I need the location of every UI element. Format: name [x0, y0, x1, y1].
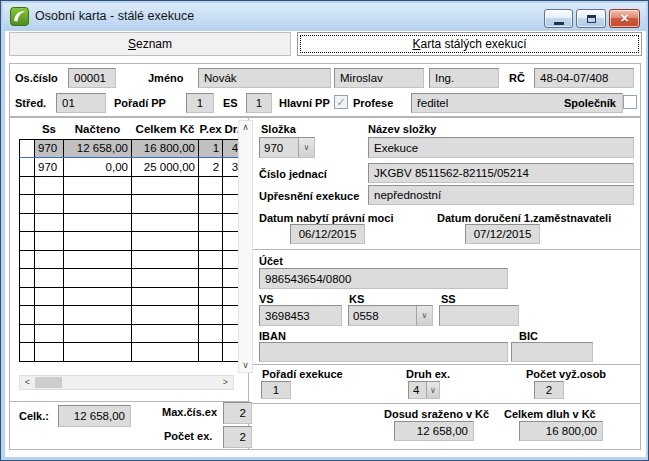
celk-field[interactable]: 12 658,00: [58, 405, 131, 427]
slozka-combobox[interactable]: 970 ∨: [259, 137, 315, 158]
close-icon: ×: [620, 10, 628, 27]
table-row[interactable]: [20, 306, 242, 325]
os-cislo-label: Os.číslo: [15, 72, 58, 84]
app-logo-icon: [10, 7, 29, 26]
col-selector: [20, 120, 35, 139]
druh-ex-combobox[interactable]: 4 ∨: [408, 381, 440, 399]
max-cis-ex-field[interactable]: 2: [223, 402, 252, 424]
cislo-jednaci-field[interactable]: JKGBV 8511562-82115/05214: [368, 163, 634, 183]
datum-doruceni-field[interactable]: 07/12/2015: [465, 224, 540, 244]
horizontal-scroll-thumb[interactable]: [35, 377, 62, 388]
ucet-field[interactable]: 986543654/0800: [259, 268, 508, 289]
exekuce-table: Ss Načteno Celkem Kč P.ex Dr. 97012 658,…: [19, 120, 242, 362]
table-vertical-scrollbar[interactable]: ∧ ∨: [238, 120, 253, 373]
exekuce-table-body: 97012 658,0016 800,00149700,0025 000,002…: [20, 139, 242, 361]
iban-label: IBAN: [259, 330, 286, 342]
cislo-jednaci-label: Číslo jednací: [259, 168, 327, 180]
col-pex: P.ex: [199, 120, 223, 139]
vs-field[interactable]: 3698453: [259, 305, 342, 326]
ss-field[interactable]: [439, 305, 519, 326]
dosud-srazeno-field[interactable]: 12 658,00: [394, 421, 474, 441]
upresneni-exekuce-field[interactable]: nepřednostní: [368, 185, 634, 205]
scroll-left-icon[interactable]: <: [21, 376, 34, 389]
maximize-button[interactable]: [576, 9, 606, 28]
app-window: Osobní karta - stálé exekuce × Seznam Ka…: [0, 0, 649, 461]
datum-nabyti-field[interactable]: 06/12/2015: [290, 224, 365, 244]
bic-label: BIC: [519, 330, 538, 342]
ks-combobox[interactable]: 0558 ∨: [348, 305, 433, 326]
pocet-vyz-osob-field[interactable]: 2: [534, 381, 564, 399]
druh-ex-dropdown-icon[interactable]: ∨: [426, 382, 439, 398]
table-row[interactable]: [20, 343, 242, 362]
prijmeni-field[interactable]: Novák: [198, 68, 331, 88]
bic-field[interactable]: [511, 342, 593, 362]
celkem-dluh-field[interactable]: 16 800,00: [519, 421, 603, 441]
minimize-icon: [554, 22, 564, 25]
ss-label: SS: [441, 293, 456, 305]
col-ss: Ss: [35, 120, 64, 139]
titul-field[interactable]: Ing.: [429, 68, 499, 88]
totals-left-divider: [9, 401, 248, 402]
hlavni-pp-label: Hlavní PP: [279, 97, 330, 109]
es-label: ES: [223, 97, 238, 109]
section-divider-1: [248, 249, 640, 250]
rc-field[interactable]: 48-04-07/408: [534, 68, 634, 88]
ucet-label: Účet: [259, 255, 283, 267]
table-row[interactable]: [20, 213, 242, 232]
ks-label: KS: [349, 293, 364, 305]
tab-seznam[interactable]: Seznam: [9, 32, 291, 56]
table-horizontal-scrollbar[interactable]: < >: [19, 375, 234, 390]
os-cislo-field[interactable]: 00001: [68, 68, 116, 88]
datum-nabyti-label: Datum nabytí právní moci: [259, 212, 393, 224]
ks-dropdown-icon[interactable]: ∨: [416, 306, 432, 325]
es-field[interactable]: 1: [246, 93, 272, 113]
poradi-exekuce-label: Pořadí exekuce: [262, 368, 343, 380]
col-nacteno: Načteno: [64, 120, 132, 139]
krestni-jmeno-field[interactable]: Miroslav: [334, 68, 424, 88]
table-row[interactable]: [20, 176, 242, 195]
maximize-icon: [587, 15, 596, 23]
upresneni-exekuce-label: Upřesnění exekuce: [259, 190, 359, 202]
poradi-pp-label: Pořadí PP: [114, 97, 166, 109]
spolecnik-label: Společník: [564, 97, 616, 109]
spolecnik-checkbox[interactable]: [623, 95, 637, 109]
dosud-srazeno-label: Dosud sraženo v Kč: [384, 408, 489, 420]
section-divider-3: [248, 403, 640, 404]
table-row[interactable]: [20, 232, 242, 251]
datum-doruceni-label: Datum doručení 1.zaměstnavateli: [437, 212, 611, 224]
minimize-button[interactable]: [544, 9, 573, 28]
table-row[interactable]: [20, 269, 242, 288]
scroll-right-icon[interactable]: >: [219, 376, 232, 389]
scroll-up-icon[interactable]: ∧: [239, 121, 252, 134]
max-cis-ex-label: Max.čís.ex: [162, 406, 217, 418]
titlebar[interactable]: Osobní karta - stálé exekuce ×: [3, 3, 646, 30]
celk-label: Celk.:: [19, 410, 49, 422]
poradi-exekuce-field[interactable]: 1: [261, 381, 291, 399]
close-button[interactable]: ×: [609, 9, 640, 28]
iban-field[interactable]: [259, 342, 508, 362]
table-row[interactable]: [20, 250, 242, 269]
stredisko-field[interactable]: 01: [56, 93, 106, 113]
table-row[interactable]: [20, 195, 242, 214]
tab-karta-stalych-exekuci[interactable]: Karta stálých exekucí: [297, 32, 642, 56]
hlavni-pp-checkbox[interactable]: ✓: [334, 95, 348, 109]
pocet-ex-label: Počet ex.: [164, 430, 212, 442]
slozka-label: Složka: [261, 123, 296, 135]
stredisko-label: Střed.: [15, 97, 46, 109]
pocet-vyz-osob-label: Počet vyž.osob: [526, 368, 606, 380]
window-title: Osobní karta - stálé exekuce: [35, 9, 194, 23]
vs-label: VS: [259, 293, 274, 305]
scroll-down-icon[interactable]: ∨: [239, 359, 252, 372]
table-row[interactable]: [20, 287, 242, 306]
table-row[interactable]: 9700,0025 000,0023: [20, 158, 242, 177]
table-row[interactable]: 97012 658,0016 800,0014: [20, 139, 242, 158]
rc-label: RČ: [509, 72, 525, 84]
table-row[interactable]: [20, 324, 242, 343]
section-divider-2: [248, 364, 640, 365]
profese-label: Profese: [353, 97, 393, 109]
nazev-slozky-field[interactable]: Exekuce: [368, 137, 634, 158]
poradi-pp-field[interactable]: 1: [186, 93, 214, 113]
druh-ex-label: Druh ex.: [406, 368, 450, 380]
pocet-ex-field[interactable]: 2: [223, 426, 252, 448]
slozka-dropdown-icon[interactable]: ∨: [298, 138, 314, 157]
